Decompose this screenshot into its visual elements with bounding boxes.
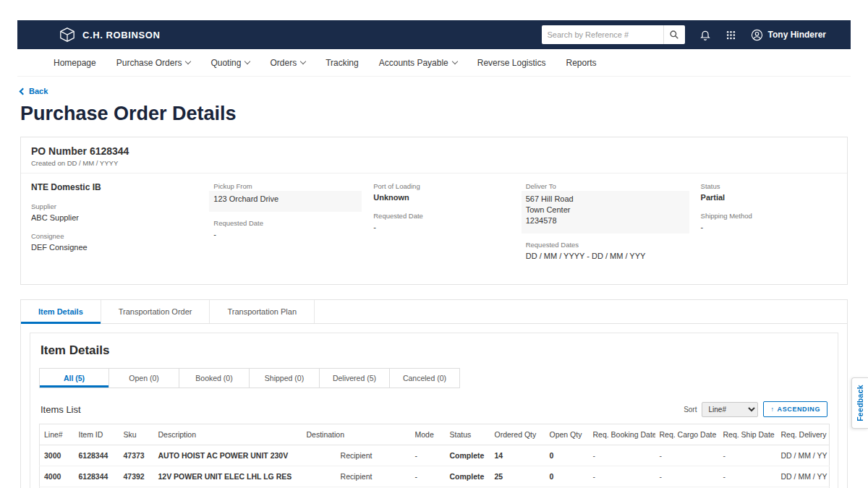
po-type: NTE Domestic IB (31, 182, 197, 192)
shipping-method-value: - (701, 222, 837, 233)
deliver-line-2: Town Center (526, 205, 571, 214)
search-button[interactable] (663, 25, 685, 44)
chevron-down-icon (185, 59, 191, 64)
po-created-value: DD / MM / YYYY (67, 159, 119, 167)
column-header: Line# (40, 424, 75, 445)
nav-item-orders[interactable]: Orders (270, 58, 305, 68)
items-list-title: Items List (41, 404, 81, 415)
tab-label: Item Details (38, 307, 83, 316)
status-label: Status (701, 182, 837, 190)
sort-direction-button[interactable]: ↑ ASCENDING (763, 401, 827, 417)
po-created: Created on DD / MM / YYYY (31, 159, 837, 167)
nav-item-accounts-payable[interactable]: Accounts Payable (379, 58, 457, 68)
masthead-right: Tony Hinderer (542, 25, 826, 44)
nav-item-tracking[interactable]: Tracking (326, 58, 359, 68)
deliver-line-1: 567 Hill Road (526, 194, 574, 203)
section-title: Item Details (41, 343, 829, 358)
tab-label: Transportation Order (119, 307, 192, 316)
status-badge: Partial (701, 192, 837, 203)
nav-item-reverse-logistics[interactable]: Reverse Logistics (477, 58, 546, 68)
app-container: C.H. ROBINSON (17, 20, 851, 488)
table-cell: 12V POWER UNIT ELEC LHL LG RES (154, 466, 302, 487)
consignee-label: Consignee (31, 232, 197, 240)
table-cell: - (411, 445, 446, 466)
chevron-down-icon (244, 59, 250, 64)
main-nav: Homepage Purchase Orders Quoting Orders … (17, 49, 851, 77)
table-cell: - (589, 466, 655, 487)
shipping-method-label: Shipping Method (701, 212, 837, 220)
port-of-loading-label: Port of Loading (373, 182, 509, 190)
back-label: Back (29, 87, 48, 95)
table-cell: Complete (446, 466, 490, 487)
back-link[interactable]: Back (20, 87, 48, 95)
column-header: Ordered Qty (490, 424, 545, 445)
nav-label: Purchase Orders (116, 58, 182, 68)
feedback-button[interactable]: Feedback (851, 377, 868, 429)
apps-grid-button[interactable] (726, 30, 736, 40)
nav-label: Reverse Logistics (477, 58, 546, 68)
nav-item-purchase-orders[interactable]: Purchase Orders (116, 58, 191, 68)
deliver-to-address: 567 Hill Road Town Center 1234578 (526, 194, 685, 226)
deliver-to-block: 567 Hill Road Town Center 1234578 (522, 191, 689, 234)
table-cell: DD / MM / YY (777, 445, 830, 466)
nav-item-quoting[interactable]: Quoting (210, 58, 250, 68)
user-icon (751, 29, 763, 41)
table-cell: 6128344 (75, 445, 119, 466)
subtab-all[interactable]: All (5) (39, 368, 109, 388)
brand: C.H. ROBINSON (59, 27, 160, 43)
subtab-delivered[interactable]: Delivered (5) (320, 368, 390, 388)
deliver-line-3: 1234578 (526, 216, 557, 225)
nav-label: Homepage (54, 58, 96, 68)
subtab-booked[interactable]: Booked (0) (179, 368, 250, 388)
sort-select[interactable]: Line# (702, 402, 758, 417)
pickup-requested-date-value: - (213, 229, 357, 240)
items-table-head: Line#Item IDSkuDescriptionDestinationMod… (40, 424, 830, 445)
tab-transportation-order[interactable]: Transportation Order (101, 300, 210, 323)
items-list-header: Items List Sort Line# ↑ ASCENDING (41, 401, 827, 417)
detail-tabs: Item Details Transportation Order Transp… (21, 300, 847, 324)
po-header: PO Number 6128344 Created on DD / MM / Y… (21, 137, 847, 174)
nav-label: Tracking (326, 58, 359, 68)
subtab-open[interactable]: Open (0) (109, 368, 179, 388)
po-col-deliver: Deliver To 567 Hill Road Town Center 123… (526, 182, 685, 270)
nav-item-reports[interactable]: Reports (566, 58, 597, 68)
ascending-arrow-icon: ↑ (770, 406, 774, 413)
column-header: Req. Delivery Date (777, 424, 830, 445)
chrobinson-logo-icon (59, 27, 75, 43)
po-col-status: Status Partial Shipping Method - (701, 182, 837, 270)
notifications-button[interactable] (699, 29, 711, 40)
subtab-shipped[interactable]: Shipped (0) (250, 368, 320, 388)
deliver-requested-dates-value: DD / MM / YYYY - DD / MM / YYY (526, 251, 685, 262)
user-menu[interactable]: Tony Hinderer (751, 29, 826, 41)
nav-item-homepage[interactable]: Homepage (54, 58, 96, 68)
po-col-parties: NTE Domestic IB Supplier ABC Supplier Co… (31, 182, 197, 270)
table-cell: 6128344 (75, 466, 119, 487)
sort-label: Sort (684, 406, 697, 414)
search-icon (669, 30, 679, 40)
ascending-label: ASCENDING (778, 406, 820, 413)
table-cell: 25 (490, 466, 545, 487)
supplier-value: ABC Supplier (31, 213, 197, 223)
column-header: Status (446, 424, 490, 445)
table-cell: 14 (490, 445, 545, 466)
tab-item-details[interactable]: Item Details (21, 300, 101, 323)
table-row: 400061283444739212V POWER UNIT ELEC LHL … (40, 466, 830, 487)
nav-label: Orders (270, 58, 297, 68)
deliver-requested-dates-label: Requested Dates (526, 241, 685, 249)
table-cell: - (655, 445, 719, 466)
column-header: Description (154, 424, 302, 445)
po-number: PO Number 6128344 (31, 145, 837, 157)
detail-tabs-card: Item Details Transportation Order Transp… (20, 299, 848, 488)
port-of-loading-value: Unknown (373, 192, 509, 203)
chevron-down-icon (300, 59, 306, 64)
header-row: Line#Item IDSkuDescriptionDestinationMod… (40, 424, 830, 445)
page-title: Purchase Order Details (20, 103, 848, 125)
po-col-pickup: Pickup From 123 Orchard Drive Requested … (213, 182, 357, 270)
tab-transportation-plan[interactable]: Transportation Plan (210, 300, 315, 323)
sort-controls: Sort Line# ↑ ASCENDING (684, 401, 827, 417)
brand-name: C.H. ROBINSON (82, 30, 160, 40)
table-cell: 0 (545, 445, 589, 466)
search-input[interactable] (542, 25, 663, 44)
bell-icon (699, 29, 711, 40)
subtab-canceled[interactable]: Canceled (0) (390, 368, 460, 388)
